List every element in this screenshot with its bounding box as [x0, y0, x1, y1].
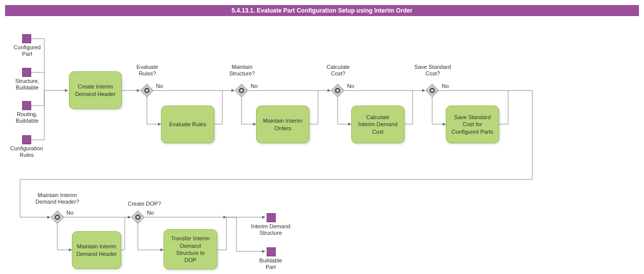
label-interim-demand-structure: Interim DemandStructure: [236, 223, 305, 236]
gateway-maintain-interim-demand-header: [51, 211, 64, 224]
diagram-canvas: ConfiguredPart Structure,Buildable Routi…: [0, 16, 644, 267]
edge-no-4: No: [442, 83, 449, 89]
data-object-buildable-part: [267, 247, 276, 256]
task-save-standard-cost: Save StandardCost forConfigured Parts: [446, 106, 499, 143]
page-title: 5.4.13.1. Evaluate Part Configuration Se…: [5, 5, 639, 16]
task-maintain-interim-orders: Maintain InterimOrders: [256, 106, 309, 143]
gateway-label-maintain-structure: MaintainStructure?: [223, 64, 261, 77]
edge-no-2: No: [251, 83, 258, 89]
gateway-label-calculate-cost: CalculateCost?: [320, 64, 356, 77]
task-calculate-interim-demand-cost: CalculateInterim DemandCost: [351, 106, 405, 143]
gateway-maintain-structure: [235, 84, 248, 97]
svg-marker-0: [140, 84, 153, 97]
svg-marker-6: [426, 84, 439, 97]
svg-marker-8: [51, 211, 64, 224]
data-object-interim-demand-structure: [267, 213, 276, 222]
data-object-configured-part: [22, 34, 31, 43]
edge-no-1: No: [156, 83, 163, 89]
label-configured-part: ConfiguredPart: [9, 44, 45, 57]
task-evaluate-rules: Evaluate Rules: [161, 106, 214, 143]
edge-no-3: No: [347, 83, 354, 89]
gateway-label-evaluate-rules: EvaluateRules?: [130, 64, 165, 77]
data-object-structure-buildable: [22, 68, 31, 77]
task-create-interim-demand-header: Create InterimDemand Header: [69, 71, 122, 109]
svg-marker-10: [131, 211, 144, 224]
gateway-label-maintain-header: Maintain InterimDemand Header?: [27, 192, 88, 205]
task-transfer-to-dop: Transfer InterimDemandStructure toDOP: [164, 229, 217, 269]
svg-marker-4: [331, 84, 344, 97]
svg-marker-2: [235, 84, 248, 97]
gateway-label-create-dop: Create DOP?: [128, 201, 168, 207]
label-configuration-rules: ConfigurationRules: [5, 145, 48, 158]
data-object-configuration-rules: [22, 135, 31, 144]
data-object-routing-buildable: [22, 101, 31, 110]
gateway-calculate-cost: [331, 84, 344, 97]
task-maintain-interim-demand-header: Maintain InterimDemand Header: [72, 231, 121, 269]
gateway-save-standard-cost: [426, 84, 439, 97]
label-routing-buildable: Routing,Buildable: [9, 111, 45, 124]
edge-no-5: No: [66, 210, 73, 216]
gateway-evaluate-rules: [140, 84, 153, 97]
gateway-create-dop: [131, 211, 144, 224]
gateway-label-save-standard-cost: Save StandardCost?: [409, 64, 457, 77]
edge-no-6: No: [147, 210, 154, 216]
label-structure-buildable: Structure,Buildable: [9, 78, 45, 91]
label-buildable-part: BuildablePart: [251, 257, 291, 270]
